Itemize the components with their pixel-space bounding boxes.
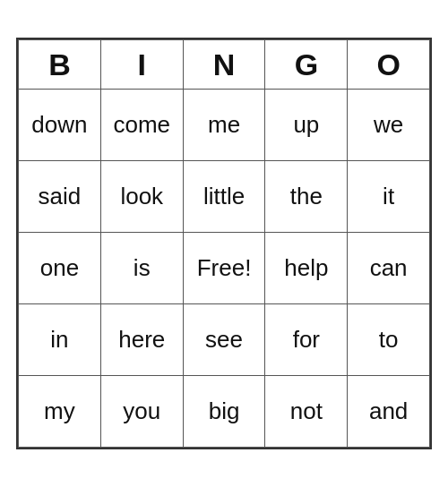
header-i: I [100,40,183,90]
header-b: B [19,40,101,90]
cell-4-3: not [265,376,348,448]
cell-1-4: it [348,161,430,233]
cell-2-1: is [100,233,183,304]
cell-0-0: down [19,90,101,161]
cell-3-3: for [265,304,348,376]
cell-4-4: and [348,376,430,448]
table-row: myyoubignotand [19,376,430,448]
bingo-card: B I N G O downcomemeupwesaidlooklittleth… [16,38,432,449]
cell-0-3: up [265,90,348,161]
cell-2-4: can [348,233,430,304]
table-row: inhereseeforto [19,304,430,376]
cell-0-4: we [348,90,430,161]
bingo-table: B I N G O downcomemeupwesaidlooklittleth… [18,39,430,448]
cell-2-3: help [265,233,348,304]
cell-3-2: see [183,304,265,376]
cell-0-1: come [100,90,183,161]
cell-1-0: said [19,161,101,233]
cell-4-1: you [100,376,183,448]
table-row: saidlooklittletheit [19,161,430,233]
table-row: oneisFree!helpcan [19,233,430,304]
cell-2-0: one [19,233,101,304]
cell-4-2: big [183,376,265,448]
cell-1-2: little [183,161,265,233]
cell-3-4: to [348,304,430,376]
cell-1-1: look [100,161,183,233]
cell-3-0: in [19,304,101,376]
header-n: N [183,40,265,90]
cell-3-1: here [100,304,183,376]
table-row: downcomemeupwe [19,90,430,161]
header-o: O [348,40,430,90]
cell-1-3: the [265,161,348,233]
cell-4-0: my [19,376,101,448]
header-row: B I N G O [19,40,430,90]
header-g: G [265,40,348,90]
cell-0-2: me [183,90,265,161]
cell-2-2: Free! [183,233,265,304]
